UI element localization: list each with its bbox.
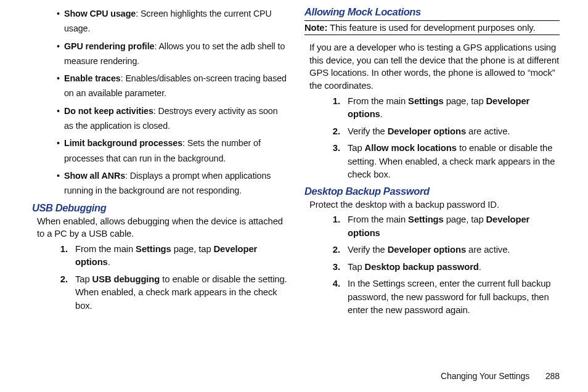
note-text: This feature is used for development pur… (327, 23, 535, 33)
section-title: Changing Your Settings (441, 371, 529, 381)
dev-options-bullets: Show CPU usage: Screen highlights the cu… (32, 6, 287, 198)
left-column: Show CPU usage: Screen highlights the cu… (32, 6, 287, 321)
list-item: GPU rendering profile: Allows you to set… (57, 39, 287, 69)
term: Show CPU usage (64, 9, 136, 18)
list-item: Limit background processes: Sets the num… (57, 136, 287, 166)
mock-intro: If you are a developer who is testing a … (309, 41, 560, 92)
heading-usb-debugging: USB Debugging (32, 202, 287, 214)
term: Show all ANRs (64, 171, 125, 181)
mock-steps: From the main Settings page, tap Develop… (304, 95, 560, 182)
step: Tap Desktop backup password. (343, 261, 560, 274)
desktop-steps: From the main Settings page, tap Develop… (304, 213, 560, 317)
term: Enable traces (64, 73, 121, 83)
right-column: Allowing Mock Locations Note: This featu… (304, 6, 560, 321)
list-item: Show all ANRs: Displays a prompt when ap… (57, 168, 287, 198)
usb-intro: When enabled, allows debugging when the … (37, 215, 287, 240)
heading-desktop-backup: Desktop Backup Password (304, 186, 560, 197)
term: Limit background processes (64, 138, 182, 148)
heading-mock-locations: Allowing Mock Locations (304, 6, 560, 18)
term: Do not keep activities (64, 106, 153, 116)
step: Verify the Developer options are active. (343, 125, 560, 138)
page-body: Show CPU usage: Screen highlights the cu… (0, 0, 588, 321)
step: Tap Allow mock locations to enable or di… (343, 142, 560, 181)
step: Verify the Developer options are active. (343, 243, 560, 256)
usb-steps: From the main Settings page, tap Develop… (32, 243, 287, 312)
list-item: Show CPU usage: Screen highlights the cu… (57, 6, 287, 36)
page-number: 288 (545, 371, 560, 381)
list-item: Enable traces: Enables/disables on-scree… (57, 71, 287, 101)
desktop-intro: Protect the desktop with a backup passwo… (309, 198, 560, 211)
step: From the main Settings page, tap Develop… (343, 213, 560, 240)
note-label: Note: (304, 23, 327, 33)
step: From the main Settings page, tap Develop… (343, 95, 560, 121)
list-item: Do not keep activities: Destroys every a… (57, 104, 287, 134)
term: GPU rendering profile (64, 41, 154, 51)
page-footer: Changing Your Settings 288 (441, 371, 560, 381)
step: From the main Settings page, tap Develop… (70, 243, 287, 269)
note-box: Note: This feature is used for developme… (304, 20, 560, 35)
step: In the Settings screen, enter the curren… (343, 277, 560, 317)
step: Tap USB debugging to enable or disable t… (70, 273, 287, 312)
